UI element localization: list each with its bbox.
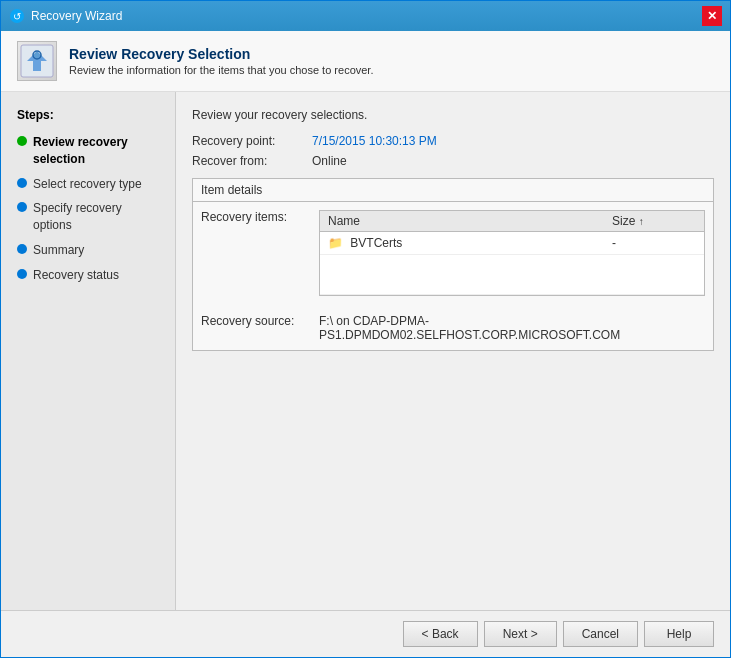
step-dot-status bbox=[17, 269, 27, 279]
sidebar-item-summary[interactable]: Summary bbox=[1, 238, 175, 263]
recovery-items-label: Recovery items: bbox=[201, 210, 311, 296]
recovery-source-row: Recovery source: F:\ on CDAP-DPMA-PS1.DP… bbox=[193, 314, 713, 350]
name-column-header: Name bbox=[320, 211, 604, 232]
folder-icon: 📁 bbox=[328, 236, 343, 250]
recovery-wizard-window: ↺ Recovery Wizard ✕ Review Recovery Sele… bbox=[0, 0, 731, 658]
sidebar-item-recovery-status[interactable]: Recovery status bbox=[1, 263, 175, 288]
table-spacer-row bbox=[320, 255, 704, 295]
sidebar: Steps: Review recovery selection Select … bbox=[1, 92, 176, 610]
sidebar-item-label-select: Select recovery type bbox=[33, 176, 142, 193]
header-text: Review Recovery Selection Review the inf… bbox=[69, 46, 373, 76]
table-header-row: Name Size ↑ bbox=[320, 211, 704, 232]
step-dot-summary bbox=[17, 244, 27, 254]
recovery-items-row: Recovery items: Name Size ↑ bbox=[193, 202, 713, 304]
back-button[interactable]: < Back bbox=[403, 621, 478, 647]
table-row: 📁 BVTCerts - bbox=[320, 232, 704, 255]
item-details-box: Item details Recovery items: Name bbox=[192, 178, 714, 351]
sidebar-item-review-recovery-selection[interactable]: Review recovery selection bbox=[1, 130, 175, 172]
recover-from-value: Online bbox=[312, 154, 347, 168]
steps-label: Steps: bbox=[1, 104, 175, 130]
cancel-button[interactable]: Cancel bbox=[563, 621, 638, 647]
close-button[interactable]: ✕ bbox=[702, 6, 722, 26]
title-bar: ↺ Recovery Wizard ✕ bbox=[1, 1, 730, 31]
sidebar-item-specify-recovery-options[interactable]: Specify recovery options bbox=[1, 196, 175, 238]
recovery-point-row: Recovery point: 7/15/2015 10:30:13 PM bbox=[192, 134, 714, 148]
items-table: Name Size ↑ bbox=[320, 211, 704, 295]
sidebar-item-label-summary: Summary bbox=[33, 242, 84, 259]
header-subtitle: Review the information for the items tha… bbox=[69, 64, 373, 76]
table-cell-size: - bbox=[604, 232, 704, 255]
size-column-header: Size ↑ bbox=[604, 211, 704, 232]
recover-from-row: Recover from: Online bbox=[192, 154, 714, 168]
recovery-source-value: F:\ on CDAP-DPMA-PS1.DPMDOM02.SELFHOST.C… bbox=[319, 314, 705, 342]
item-details-header: Item details bbox=[193, 179, 713, 202]
content-area: Steps: Review recovery selection Select … bbox=[1, 92, 730, 610]
items-table-container: Name Size ↑ bbox=[319, 210, 705, 296]
title-bar-left: ↺ Recovery Wizard bbox=[9, 8, 122, 24]
next-button[interactable]: Next > bbox=[484, 621, 557, 647]
table-cell-name: 📁 BVTCerts bbox=[320, 232, 604, 255]
sidebar-item-label-review: Review recovery selection bbox=[33, 134, 159, 168]
main-panel: Review your recovery selections. Recover… bbox=[176, 92, 730, 610]
recovery-source-label: Recovery source: bbox=[201, 314, 311, 342]
recovery-point-value: 7/15/2015 10:30:13 PM bbox=[312, 134, 437, 148]
sidebar-item-select-recovery-type[interactable]: Select recovery type bbox=[1, 172, 175, 197]
recovery-point-label: Recovery point: bbox=[192, 134, 312, 148]
recover-from-label: Recover from: bbox=[192, 154, 312, 168]
svg-text:↺: ↺ bbox=[13, 11, 21, 22]
sidebar-item-label-status: Recovery status bbox=[33, 267, 119, 284]
step-dot-select bbox=[17, 178, 27, 188]
header-bar: Review Recovery Selection Review the inf… bbox=[1, 31, 730, 92]
footer: < Back Next > Cancel Help bbox=[1, 610, 730, 657]
sidebar-item-label-specify: Specify recovery options bbox=[33, 200, 159, 234]
window-title: Recovery Wizard bbox=[31, 9, 122, 23]
app-icon: ↺ bbox=[9, 8, 25, 24]
review-intro: Review your recovery selections. bbox=[192, 108, 714, 122]
header-icon bbox=[17, 41, 57, 81]
header-title: Review Recovery Selection bbox=[69, 46, 373, 62]
help-button[interactable]: Help bbox=[644, 621, 714, 647]
step-dot-review bbox=[17, 136, 27, 146]
step-dot-specify bbox=[17, 202, 27, 212]
